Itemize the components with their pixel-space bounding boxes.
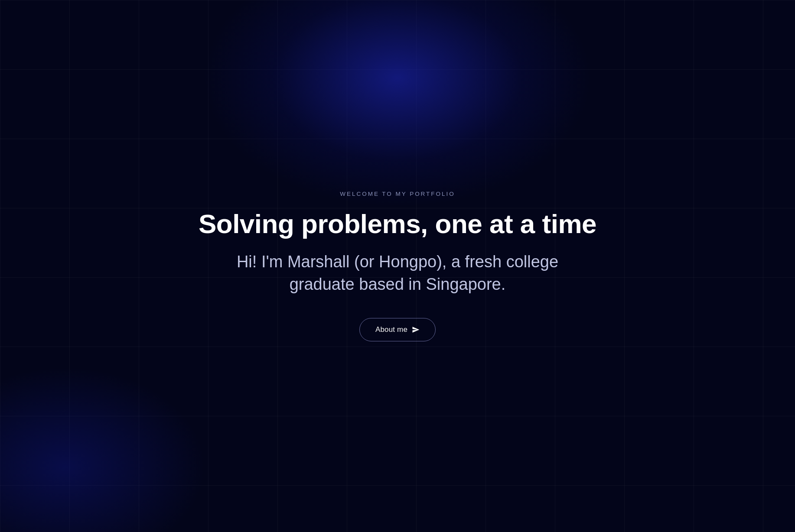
hero-subtitle: Hi! I'm Marshall (or Hongpo), a fresh co…: [220, 251, 575, 295]
about-me-button[interactable]: About me: [359, 318, 436, 341]
about-me-button-label: About me: [375, 325, 407, 334]
send-icon: [412, 326, 420, 334]
hero-content: WELCOME TO MY PORTFOLIO Solving problems…: [199, 191, 596, 341]
page-container: WELCOME TO MY PORTFOLIO Solving problems…: [0, 0, 795, 532]
hero-title: Solving problems, one at a time: [199, 209, 596, 239]
welcome-label: WELCOME TO MY PORTFOLIO: [340, 191, 455, 197]
